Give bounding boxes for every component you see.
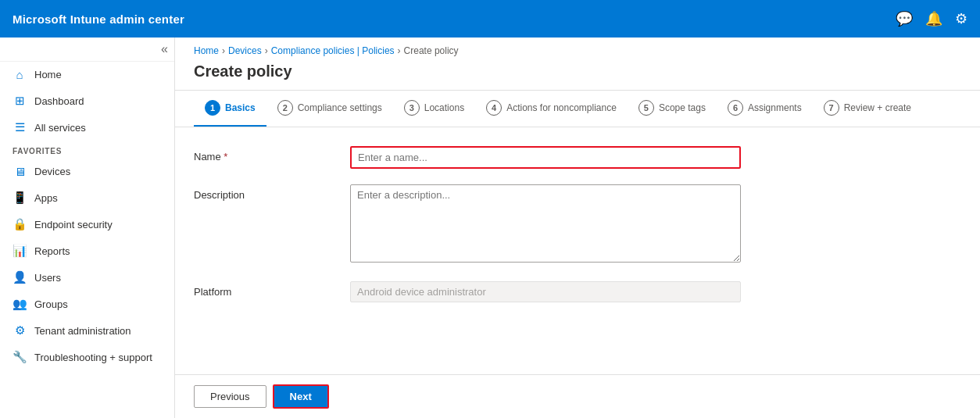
sidebar-item-label: All services: [34, 122, 86, 134]
form-area: Name * Description Platform Android devi…: [175, 127, 980, 374]
sidebar-item-label: Users: [34, 272, 61, 284]
breadcrumb-current: Create policy: [404, 45, 459, 56]
sidebar-item-label: Apps: [34, 192, 58, 204]
dashboard-icon: ⊞: [13, 94, 27, 108]
sidebar-item-label: Dashboard: [34, 95, 84, 107]
breadcrumb-sep-1: ›: [222, 45, 225, 56]
tab-assignments-step: 6: [728, 100, 743, 116]
settings-icon[interactable]: ⚙: [955, 10, 967, 27]
endpoint-security-icon: 🔒: [13, 217, 27, 231]
breadcrumb: Home › Devices › Compliance policies | P…: [175, 38, 980, 56]
topbar: Microsoft Intune admin center 💬 🔔 ⚙: [0, 0, 980, 38]
tab-scope-tags[interactable]: 5 Scope tags: [628, 91, 717, 127]
tab-review-create[interactable]: 7 Review + create: [813, 91, 922, 127]
tab-actions-step: 4: [486, 100, 502, 116]
tab-review-step: 7: [824, 100, 839, 116]
app-title: Microsoft Intune admin center: [13, 13, 184, 26]
feedback-icon[interactable]: 💬: [896, 10, 913, 27]
groups-icon: 👥: [13, 297, 27, 311]
tab-compliance-settings[interactable]: 2 Compliance settings: [266, 91, 393, 127]
sidebar-item-endpoint-security[interactable]: 🔒 Endpoint security: [0, 211, 174, 238]
name-label: Name *: [194, 146, 350, 163]
apps-icon: 📱: [13, 191, 27, 205]
sidebar-collapse-button[interactable]: «: [0, 38, 174, 62]
previous-button[interactable]: Previous: [194, 385, 266, 408]
main-content: Home › Devices › Compliance policies | P…: [175, 38, 980, 418]
tab-review-label: Review + create: [844, 102, 911, 113]
sidebar: « ⌂ Home ⊞ Dashboard ☰ All services FAVO…: [0, 38, 175, 418]
description-label: Description: [194, 184, 350, 201]
form-row-name: Name *: [194, 146, 961, 169]
sidebar-item-label: Troubleshooting + support: [34, 352, 152, 363]
page-title: Create policy: [175, 56, 980, 91]
tab-scope-label: Scope tags: [659, 102, 706, 113]
breadcrumb-compliance-policies[interactable]: Compliance policies | Policies: [271, 45, 395, 56]
sidebar-item-dashboard[interactable]: ⊞ Dashboard: [0, 88, 174, 114]
tab-basics-step: 1: [205, 100, 220, 116]
sidebar-item-label: Home: [34, 69, 62, 80]
breadcrumb-home[interactable]: Home: [194, 45, 219, 56]
home-icon: ⌂: [13, 68, 27, 81]
collapse-icon: «: [161, 42, 168, 56]
breadcrumb-sep-3: ›: [398, 45, 401, 56]
layout: « ⌂ Home ⊞ Dashboard ☰ All services FAVO…: [0, 38, 980, 418]
sidebar-item-apps[interactable]: 📱 Apps: [0, 184, 174, 211]
users-icon: 👤: [13, 270, 27, 284]
tab-locations[interactable]: 3 Locations: [393, 91, 475, 127]
tab-actions-label: Actions for noncompliance: [506, 102, 617, 113]
tab-actions-noncompliance[interactable]: 4 Actions for noncompliance: [475, 91, 628, 127]
sidebar-item-reports[interactable]: 📊 Reports: [0, 238, 174, 264]
sidebar-item-label: Tenant administration: [34, 325, 131, 337]
bottom-bar: Previous Next: [175, 374, 980, 418]
description-input-wrap: [350, 184, 741, 266]
form-row-description: Description: [194, 184, 961, 266]
tenant-admin-icon: ⚙: [13, 323, 27, 338]
sidebar-item-home[interactable]: ⌂ Home: [0, 62, 174, 88]
tab-basics[interactable]: 1 Basics: [194, 91, 266, 127]
platform-value: Android device administrator: [350, 281, 741, 302]
tab-basics-label: Basics: [225, 102, 256, 113]
tab-scope-step: 5: [638, 100, 654, 116]
platform-value-wrap: Android device administrator: [350, 281, 741, 302]
sidebar-item-devices[interactable]: 🖥 Devices: [0, 159, 174, 184]
sidebar-item-tenant-administration[interactable]: ⚙ Tenant administration: [0, 317, 174, 344]
tab-locations-label: Locations: [424, 102, 464, 113]
notification-icon[interactable]: 🔔: [925, 10, 942, 27]
name-required-indicator: *: [224, 151, 227, 163]
sidebar-item-label: Devices: [34, 166, 70, 177]
tab-assignments[interactable]: 6 Assignments: [717, 91, 813, 127]
sidebar-item-label: Groups: [34, 298, 68, 310]
reports-icon: 📊: [13, 244, 27, 258]
sidebar-item-all-services[interactable]: ☰ All services: [0, 114, 174, 141]
sidebar-item-label: Reports: [34, 245, 70, 257]
tab-compliance-label: Compliance settings: [298, 102, 382, 113]
devices-icon: 🖥: [13, 165, 27, 178]
form-row-platform: Platform Android device administrator: [194, 281, 961, 302]
sidebar-item-troubleshoot-support[interactable]: 🔧 Troubleshooting + support: [0, 344, 174, 370]
tab-locations-step: 3: [404, 100, 420, 116]
description-textarea[interactable]: [350, 184, 741, 263]
all-services-icon: ☰: [13, 120, 27, 134]
topbar-icons: 💬 🔔 ⚙: [896, 10, 967, 27]
wizard-tabs: 1 Basics 2 Compliance settings 3 Locatio…: [175, 91, 980, 127]
sidebar-item-label: Endpoint security: [34, 219, 113, 230]
tab-compliance-step: 2: [277, 100, 293, 116]
troubleshoot-icon: 🔧: [13, 350, 27, 364]
breadcrumb-devices[interactable]: Devices: [228, 45, 262, 56]
favorites-section-label: FAVORITES: [0, 141, 174, 159]
tab-assignments-label: Assignments: [748, 102, 802, 113]
sidebar-item-groups[interactable]: 👥 Groups: [0, 291, 174, 317]
platform-label: Platform: [194, 281, 350, 298]
name-input[interactable]: [350, 146, 741, 169]
name-input-wrap: [350, 146, 741, 169]
sidebar-item-users[interactable]: 👤 Users: [0, 264, 174, 291]
next-button[interactable]: Next: [273, 384, 329, 409]
breadcrumb-sep-2: ›: [265, 45, 268, 56]
